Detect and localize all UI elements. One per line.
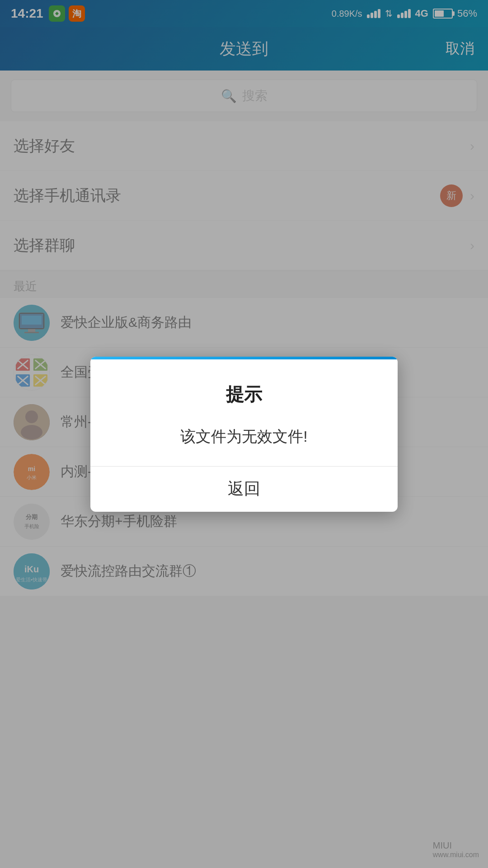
dialog-content: 提示 该文件为无效文件! [90,359,398,466]
dialog-title: 提示 [108,382,380,407]
dialog-message: 该文件为无效文件! [108,425,380,448]
dialog-return-button[interactable]: 返回 [90,467,398,512]
dialog-button-label: 返回 [228,478,260,500]
dialog: 提示 该文件为无效文件! 返回 [90,357,398,512]
modal-overlay: 提示 该文件为无效文件! 返回 [0,0,488,868]
